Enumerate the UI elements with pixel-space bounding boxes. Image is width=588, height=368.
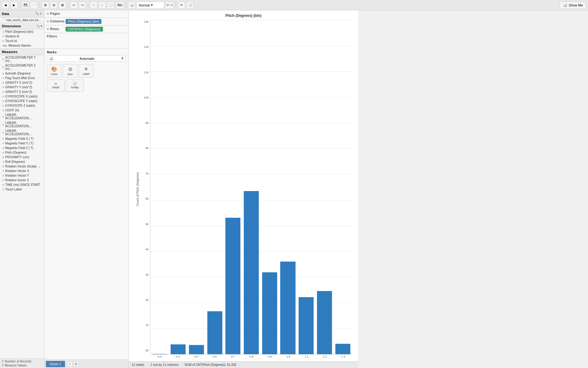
back-button[interactable]: ◀ [2,2,9,9]
data-source-row[interactable]: 📄 raw_touch_data.csv (ra... [0,17,44,23]
redo-button[interactable]: ↪ [79,2,86,9]
bar-0.8[interactable] [244,191,259,354]
bar-0.7[interactable] [225,218,240,355]
bar-wrapper[interactable] [169,21,187,354]
field-accel-z[interactable]: #ACCELEROMETER Z (m/... [0,63,44,71]
field-gravity-x[interactable]: #GRAVITY X (m/s^2) [0,80,44,85]
bar-1.1[interactable] [299,297,314,354]
number-records-item[interactable]: # Number of Records [2,359,42,363]
bar-0.5[interactable] [189,345,204,354]
detail-button[interactable]: ⊡ Detail [47,79,65,92]
field-roll[interactable]: #Roll (Degrees) [0,159,44,164]
bar-0.9[interactable] [262,272,277,354]
dim-add-icon[interactable]: + [41,25,42,28]
bar-0.4[interactable] [171,344,186,354]
undo-button[interactable]: ↩ [70,2,77,9]
bar-wrapper[interactable] [151,21,169,354]
rows-pill[interactable]: CNT(Pitch (Degrees)) [66,27,103,32]
field-light[interactable]: #LIGHT (lx) [0,108,44,113]
new-button[interactable]: 📄 [30,2,38,9]
label-button[interactable]: ≡ Label [79,64,93,78]
bar-1.3[interactable] [335,344,350,354]
forward-button[interactable]: ▶ [10,2,18,9]
sheet-tab-1[interactable]: Sheet 1 [46,361,65,367]
add-datasource-icon[interactable]: ＋ [39,12,42,16]
measure-values-item[interactable]: # Measure Values [2,363,42,367]
field-pitch-bin[interactable]: # Pitch (Degrees) (bin) [0,29,44,34]
field-measure-names[interactable]: Abc Measure Names [0,43,44,48]
field-gravity-z[interactable]: #GRAVITY Z (m/s^2) [0,90,44,94]
group-button[interactable]: ⬚ [107,2,115,9]
fit-button[interactable]: ⊢⊣ [165,2,174,9]
show-me-button[interactable]: 📊 Show Me [560,2,586,9]
field-gyro-z[interactable]: #GYROSCPE Z (rad/s) [0,103,44,108]
layout-btn-2[interactable]: ⊟ [50,2,58,9]
field-gravity-y[interactable]: #GRAVITY Y (m/s^2) [0,85,44,90]
field-lin-accel-1[interactable]: #LINEAR ACCELERATION... [0,113,44,121]
x-label-1.3: 1.3 [334,355,352,358]
label-button[interactable]: Abc [116,2,124,9]
field-mag-x[interactable]: #Magnetic Field X ( T) [0,136,44,141]
field-azimuth[interactable]: #Azimuth (Degrees) [0,71,44,76]
normal-dropdown[interactable]: Normal ▾ [137,2,164,9]
field-pitch[interactable]: #Pitch (Degrees) [0,150,44,155]
capture-button[interactable]: ⬜ [187,2,194,9]
abc-icon-measure-names: Abc [2,44,7,47]
field-time[interactable]: #TIME (ms) SINCE START [0,182,44,187]
bar-wrapper[interactable] [334,21,352,354]
field-mag-y[interactable]: #Magnetic Field Y ( T) [0,141,44,146]
size-button[interactable]: ⊙ Size [63,64,77,78]
hash-icon: # [2,86,4,89]
field-proximity[interactable]: #PROXIMITY (cm) [0,155,44,159]
field-lin-accel-2[interactable]: #LINEAR ACCELERATION... [0,121,44,128]
field-rot-z[interactable]: #Rotation Vector Z [0,178,44,182]
hash-icon: # [2,72,4,75]
field-rot-x[interactable]: #Rotation Vector X [0,169,44,173]
field-touch-id[interactable]: # Touch Id [0,39,44,43]
search-icon[interactable]: 🔍 [35,12,39,16]
hash-icon: # [2,188,4,191]
hash-icon: # [2,131,4,134]
columns-pill[interactable]: Pitch (Degrees) (bin) [66,19,101,24]
sort-asc-button[interactable]: ↑ [90,2,97,9]
bar-wrapper[interactable] [187,21,205,354]
hash-icon: # [2,100,4,103]
bar-wrapper[interactable] [316,21,334,354]
bar-wrapper[interactable] [243,21,260,354]
right-area [358,10,588,368]
sort-desc-button[interactable]: ↓ [99,2,106,9]
field-accel-y[interactable]: #ACCELEROMETER Y (m/... [0,55,44,63]
layout-btn-3[interactable]: ⊠ [59,2,66,9]
field-student-id[interactable]: # Student Id [0,34,44,39]
field-rot-y[interactable]: #Rotation Vector Y [0,173,44,178]
bar-0.3[interactable] [152,354,167,354]
duplicate-sheet-icon[interactable]: ⧉ [74,361,79,367]
marks-type-dropdown[interactable]: 📊 Automatic ⇕ [47,55,126,62]
bar-0.6[interactable] [207,311,222,354]
pen-button[interactable]: ✏ [178,2,185,9]
color-button[interactable]: 🎨 Color [47,64,62,78]
dimensions-list: # Pitch (Degrees) (bin) # Student Id # T… [0,29,44,48]
field-mag-z[interactable]: #Magnetic Field Z ( T) [0,146,44,150]
bar-wrapper[interactable] [261,21,278,354]
bar-wrapper[interactable] [297,21,315,354]
save-button[interactable]: 💾 [22,2,29,9]
layout-btn-1[interactable]: ⊞ [42,2,49,9]
bar-wrapper[interactable] [206,21,224,354]
bar-wrapper[interactable] [224,21,242,354]
field-rot-scalar[interactable]: #Rotation Vector (Scalar ... [0,164,44,169]
field-touch-label[interactable]: #Touch Label [0,187,44,192]
hash-icon: # [2,95,4,98]
tooltip-button[interactable]: 💬 Tooltip [66,79,84,92]
bar-1.2[interactable] [317,291,332,354]
bar-wrapper[interactable] [279,21,297,354]
new-sheet-icon[interactable]: + [67,361,73,367]
field-gyro-y[interactable]: #GYROSCOPE Y (rad/s) [0,99,44,103]
field-lin-accel-3[interactable]: #LINEAR ACCELERATION... [0,128,44,136]
field-gyro-x[interactable]: #GYROSCOPE X (rad/s) [0,94,44,99]
chart-type-button[interactable]: 📊 [128,2,135,9]
bar-1.0[interactable] [280,262,295,355]
hash-icon-pitch-bin: # [2,30,4,33]
dim-search-icon[interactable]: 🔍 [36,25,40,28]
field-flag-touch[interactable]: #Flag Touch After Error [0,76,44,80]
